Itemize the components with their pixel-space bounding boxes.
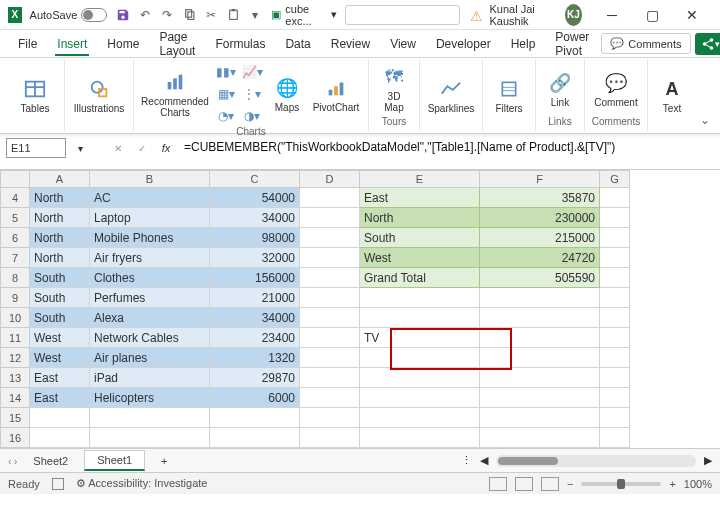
cell[interactable]: 29870 <box>210 368 300 388</box>
page-break-view-button[interactable] <box>541 477 559 491</box>
cell[interactable]: Grand Total <box>360 268 480 288</box>
cell[interactable]: South <box>30 268 90 288</box>
sheet-nav-next-icon[interactable]: › <box>14 455 18 467</box>
tab-formulas[interactable]: Formulas <box>207 33 273 55</box>
cell[interactable] <box>300 308 360 328</box>
close-button[interactable]: ✕ <box>672 1 712 29</box>
cell[interactable] <box>300 368 360 388</box>
cell[interactable] <box>300 208 360 228</box>
cut-icon[interactable]: ✂ <box>203 7 219 23</box>
formula-bar[interactable]: =CUBEMEMBER("ThisWorkbookDataModel","[Ta… <box>180 138 714 158</box>
cell[interactable] <box>600 288 630 308</box>
cell[interactable]: 54000 <box>210 188 300 208</box>
tab-help[interactable]: Help <box>503 33 544 55</box>
cell[interactable]: South <box>30 308 90 328</box>
cell[interactable] <box>300 428 360 448</box>
sheet-nav-prev-icon[interactable]: ‹ <box>8 455 12 467</box>
cell[interactable] <box>30 408 90 428</box>
cell[interactable]: East <box>30 388 90 408</box>
maximize-button[interactable]: ▢ <box>632 1 672 29</box>
row-header[interactable]: 12 <box>0 348 30 368</box>
tab-power-pivot[interactable]: Power Pivot <box>547 26 597 62</box>
tab-scroll-options-icon[interactable]: ⋮ <box>461 454 472 467</box>
cell[interactable]: Perfumes <box>90 288 210 308</box>
comment-button[interactable]: 💬 Comment <box>591 71 641 108</box>
zoom-slider[interactable] <box>581 482 661 486</box>
row-header[interactable]: 9 <box>0 288 30 308</box>
user-account[interactable]: ⚠ Kunal Jai Kaushik KJ <box>470 3 582 27</box>
sparklines-button[interactable]: Sparklines <box>426 77 476 114</box>
macro-record-icon[interactable] <box>52 478 64 490</box>
cell[interactable]: Helicopters <box>90 388 210 408</box>
cell[interactable]: North <box>30 208 90 228</box>
col-header-C[interactable]: C <box>210 170 300 188</box>
cell[interactable] <box>300 188 360 208</box>
cell[interactable] <box>600 248 630 268</box>
cell[interactable]: South <box>30 288 90 308</box>
tab-file[interactable]: File <box>10 33 45 55</box>
cell[interactable] <box>300 288 360 308</box>
maps-button[interactable]: 🌐 Maps <box>268 76 306 113</box>
cell[interactable] <box>600 348 630 368</box>
cell[interactable]: North <box>30 228 90 248</box>
cell[interactable] <box>600 268 630 288</box>
tab-data[interactable]: Data <box>277 33 318 55</box>
cell[interactable]: iPad <box>90 368 210 388</box>
row-header[interactable]: 14 <box>0 388 30 408</box>
row-header[interactable]: 6 <box>0 228 30 248</box>
cell[interactable] <box>600 328 630 348</box>
cell[interactable]: Mobile Phones <box>90 228 210 248</box>
cell[interactable]: Laptop <box>90 208 210 228</box>
cell[interactable]: 23400 <box>210 328 300 348</box>
column-chart-icon[interactable]: ▮▮▾ <box>214 62 238 82</box>
name-box[interactable]: E11 <box>6 138 66 158</box>
col-header-E[interactable]: E <box>360 170 480 188</box>
cell[interactable]: North <box>30 248 90 268</box>
cell[interactable] <box>300 268 360 288</box>
scatter-chart-icon[interactable]: ⋮▾ <box>240 84 264 104</box>
select-all-corner[interactable] <box>0 170 30 188</box>
zoom-out-button[interactable]: − <box>567 478 573 490</box>
cell[interactable]: 505590 <box>480 268 600 288</box>
cell[interactable]: East <box>360 188 480 208</box>
cell[interactable] <box>600 408 630 428</box>
tab-insert[interactable]: Insert <box>49 33 95 55</box>
paste-icon[interactable] <box>225 7 241 23</box>
3d-map-button[interactable]: 🗺 3D Map <box>375 65 413 113</box>
cell[interactable]: 21000 <box>210 288 300 308</box>
filters-button[interactable]: Filters <box>489 77 529 114</box>
col-header-A[interactable]: A <box>30 170 90 188</box>
tab-developer[interactable]: Developer <box>428 33 499 55</box>
cell[interactable] <box>360 288 480 308</box>
page-layout-view-button[interactable] <box>515 477 533 491</box>
cell[interactable] <box>210 428 300 448</box>
combo-chart-icon[interactable]: ◑▾ <box>240 106 264 126</box>
cell[interactable] <box>360 368 480 388</box>
comments-button[interactable]: 💬 Comments <box>601 33 690 54</box>
hscroll-right-icon[interactable]: ▶ <box>704 454 712 467</box>
new-sheet-button[interactable]: + <box>149 452 179 470</box>
cell[interactable] <box>300 248 360 268</box>
cell[interactable]: South <box>360 228 480 248</box>
cell[interactable]: 32000 <box>210 248 300 268</box>
row-header[interactable]: 4 <box>0 188 30 208</box>
share-button[interactable]: ▾ <box>695 33 720 55</box>
tab-page-layout[interactable]: Page Layout <box>151 26 203 62</box>
cell[interactable] <box>480 308 600 328</box>
cell[interactable] <box>90 408 210 428</box>
cell[interactable] <box>300 348 360 368</box>
cell[interactable] <box>300 328 360 348</box>
row-header[interactable]: 15 <box>0 408 30 428</box>
cell[interactable] <box>300 408 360 428</box>
cell[interactable]: 24720 <box>480 248 600 268</box>
cell[interactable] <box>480 288 600 308</box>
cell[interactable]: 215000 <box>480 228 600 248</box>
col-header-D[interactable]: D <box>300 170 360 188</box>
minimize-button[interactable]: ─ <box>592 1 632 29</box>
illustrations-button[interactable]: Illustrations <box>71 77 127 114</box>
recommended-charts-button[interactable]: Recommended Charts <box>140 70 210 118</box>
hierarchy-chart-icon[interactable]: ▦▾ <box>214 84 238 104</box>
save-icon[interactable] <box>115 7 131 23</box>
link-button[interactable]: 🔗 Link <box>542 71 578 108</box>
cell[interactable]: 6000 <box>210 388 300 408</box>
